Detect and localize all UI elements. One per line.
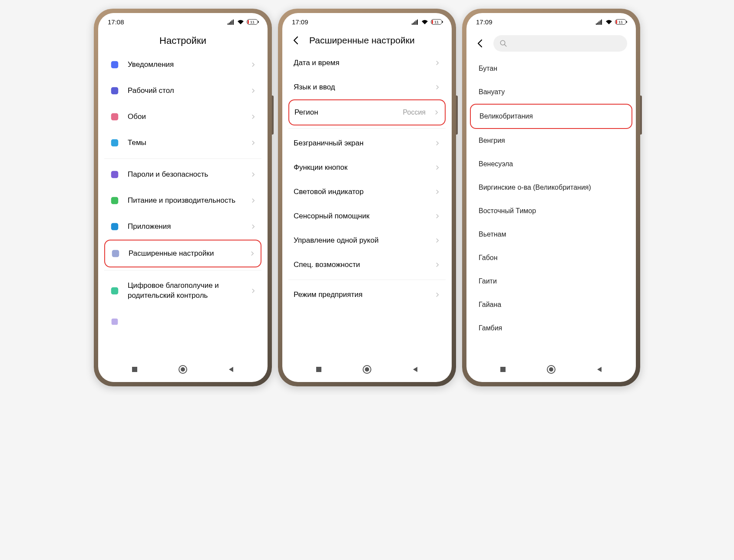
country-item[interactable]: Вьетнам — [470, 223, 632, 246]
nav-back-button[interactable] — [584, 366, 615, 373]
phone-settings: 17:08 11 Настройки УведомленияРабочий ст… — [94, 9, 272, 386]
list-item[interactable]: Уведомления — [104, 52, 261, 78]
list-item[interactable]: РегионРоссия — [288, 99, 446, 125]
svg-rect-5 — [111, 61, 119, 69]
chevron-right-icon — [434, 140, 440, 146]
list-item[interactable]: Темы — [104, 130, 261, 156]
list-item-label: Расширенные настройки — [129, 249, 241, 258]
status-bar: 17:08 11 — [98, 13, 268, 27]
svg-rect-18 — [412, 23, 413, 25]
country-item[interactable]: Восточный Тимор — [470, 199, 632, 223]
header: Настройки — [98, 27, 268, 52]
country-item[interactable]: Габон — [470, 246, 632, 270]
divider — [288, 128, 446, 128]
nav-recent-button[interactable] — [304, 366, 334, 373]
country-item[interactable]: Венгрия — [470, 129, 632, 152]
chevron-right-icon — [250, 198, 256, 204]
nav-back-button[interactable] — [400, 366, 430, 373]
chevron-right-icon — [249, 250, 255, 257]
nav-home-button[interactable] — [168, 365, 198, 374]
svg-rect-15 — [132, 367, 137, 372]
list-item[interactable]: Спец. возможности — [288, 253, 446, 277]
back-button[interactable] — [291, 35, 301, 46]
divider — [288, 280, 446, 280]
signal-icon — [596, 19, 603, 25]
item-icon — [110, 138, 119, 148]
svg-rect-2 — [230, 21, 231, 25]
svg-rect-0 — [228, 23, 228, 25]
settings-list: УведомленияРабочий столОбоиТемы Пароли и… — [98, 52, 268, 359]
chevron-right-icon — [434, 84, 440, 90]
list-item-label: Пароли и безопасность — [128, 170, 242, 179]
country-item[interactable]: Венесуэла — [470, 152, 632, 176]
status-bar: 17:09 11 — [282, 13, 452, 27]
list-item[interactable]: Рабочий стол — [104, 78, 261, 104]
country-item[interactable]: Гамбия — [470, 316, 632, 340]
country-item[interactable]: Великобритания — [470, 104, 632, 129]
svg-rect-33 — [500, 367, 506, 372]
status-time: 17:09 — [476, 18, 493, 26]
chevron-right-icon — [434, 213, 440, 219]
wifi-icon — [237, 19, 244, 25]
chevron-right-icon — [250, 224, 256, 230]
list-item[interactable]: Пароли и безопасность — [104, 161, 261, 188]
chevron-right-icon — [434, 262, 440, 268]
item-icon — [111, 249, 120, 258]
svg-point-35 — [549, 367, 553, 372]
list-item[interactable]: Функции кнопок — [288, 155, 446, 180]
country-item[interactable]: Виргинские о-ва (Великобритания) — [470, 176, 632, 199]
nav-home-button[interactable] — [352, 365, 382, 374]
list-item[interactable]: Язык и ввод — [288, 75, 446, 99]
list-item[interactable]: Приложения — [104, 214, 261, 240]
item-icon — [110, 317, 119, 326]
list-item[interactable]: Расширенные настройки — [104, 240, 261, 267]
signal-icon — [228, 19, 235, 25]
country-item[interactable]: Вануату — [470, 80, 632, 104]
svg-rect-23 — [316, 367, 321, 372]
nav-home-button[interactable] — [536, 365, 566, 374]
list-item-value: Россия — [403, 109, 426, 116]
list-item-label: Управление одной рукой — [294, 236, 427, 245]
search-input[interactable] — [493, 35, 627, 52]
list-item-label: Сенсорный помощник — [294, 212, 427, 221]
list-item[interactable]: Управление одной рукой — [288, 228, 446, 253]
chevron-right-icon — [250, 288, 256, 294]
list-item[interactable]: Режим предприятия — [288, 283, 446, 307]
svg-rect-6 — [111, 87, 119, 95]
item-icon — [110, 196, 119, 205]
list-item-label: Функции кнопок — [294, 163, 427, 172]
country-item[interactable]: Гайана — [470, 293, 632, 316]
list-item[interactable]: Безграничный экран — [288, 131, 446, 155]
list-item[interactable] — [104, 309, 261, 335]
chevron-right-icon — [250, 62, 256, 68]
advanced-list: Дата и времяЯзык и вводРегионРоссия Безг… — [282, 51, 452, 359]
list-item[interactable]: Сенсорный помощник — [288, 204, 446, 228]
header: Расширенные настройки — [282, 27, 452, 51]
list-item[interactable]: Дата и время — [288, 51, 446, 75]
nav-recent-button[interactable] — [119, 366, 150, 373]
country-item[interactable]: Гаити — [470, 270, 632, 293]
chevron-right-icon — [434, 292, 440, 298]
list-item[interactable]: Световой индикатор — [288, 180, 446, 204]
list-item[interactable]: Питание и производительность — [104, 188, 261, 214]
chevron-right-icon — [434, 237, 440, 244]
phone-region-picker: 17:09 11 БутанВануатуВеликобританияВенгр… — [462, 9, 640, 386]
country-item[interactable]: Бутан — [470, 57, 632, 80]
list-item-label: Язык и ввод — [294, 83, 427, 92]
chevron-right-icon — [250, 88, 256, 94]
list-item[interactable]: Обои — [104, 104, 261, 130]
page-title: Настройки — [159, 35, 206, 46]
svg-point-17 — [181, 367, 185, 372]
list-item-label: Рабочий стол — [128, 86, 242, 95]
back-button[interactable] — [475, 38, 486, 49]
nav-back-button[interactable] — [216, 366, 246, 373]
svg-rect-29 — [600, 20, 601, 25]
item-icon — [110, 60, 119, 69]
nav-recent-button[interactable] — [488, 366, 518, 373]
divider — [104, 158, 261, 159]
list-item[interactable]: Цифровое благополучие и родительский кон… — [104, 273, 261, 309]
list-item-label: Световой индикатор — [294, 188, 427, 196]
country-list[interactable]: БутанВануатуВеликобританияВенгрияВенесуэ… — [466, 57, 636, 359]
status-bar: 17:09 11 — [466, 13, 636, 27]
phone-advanced-settings: 17:09 11 Расширенные настройки Дата и вр… — [278, 9, 456, 386]
